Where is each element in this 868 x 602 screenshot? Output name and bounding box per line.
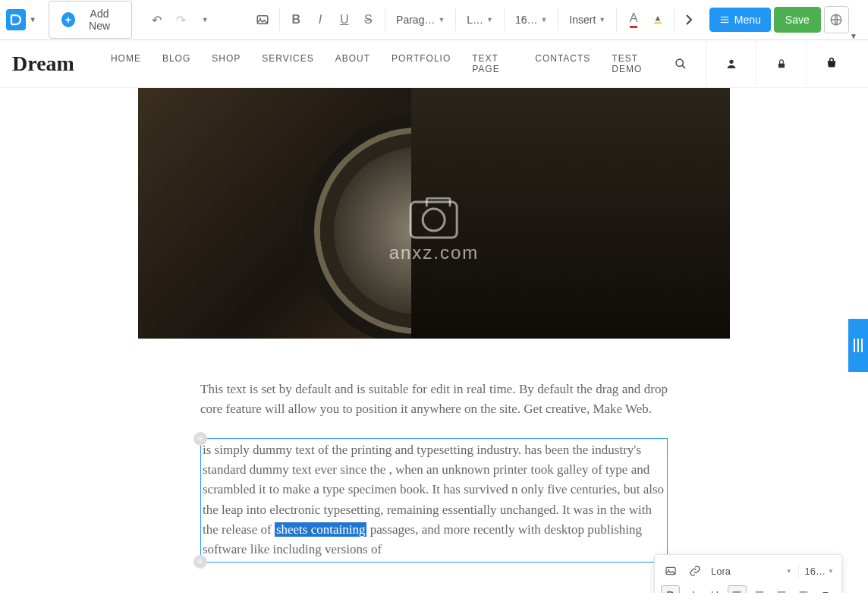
editable-text-block[interactable]: + is simply dummy text of the printing a… [200, 438, 668, 563]
ft-bold-button[interactable]: B [661, 585, 680, 593]
watermark: anxz.com [389, 201, 480, 263]
nav-shop[interactable]: SHOP [212, 53, 241, 74]
more-tools-button[interactable] [681, 14, 697, 26]
redo-button[interactable]: ↷ [171, 8, 192, 31]
nav-blog[interactable]: BLOG [162, 53, 190, 74]
size-dropdown[interactable]: 16…▼ [511, 11, 552, 29]
strike-button[interactable]: S [358, 8, 379, 31]
svg-point-9 [729, 60, 733, 64]
app-logo[interactable] [6, 9, 26, 30]
save-button[interactable]: Save [774, 7, 821, 33]
image-icon[interactable] [252, 8, 273, 31]
main-toolbar: ▼ + Add New ↶ ↷ ▼ B I U S Parag…▼ L…▼ 16… [0, 0, 868, 40]
add-above-handle[interactable]: + [193, 432, 207, 446]
ft-link-icon[interactable] [685, 561, 705, 581]
ft-image-icon[interactable] [661, 561, 681, 581]
ft-clear-format-button[interactable] [816, 585, 835, 593]
site-brand[interactable]: Dream [12, 52, 74, 76]
nav-about[interactable]: ABOUT [335, 53, 370, 74]
text-selection: sheets containing [275, 522, 367, 537]
ft-align-right-button[interactable] [772, 585, 791, 593]
svg-point-7 [676, 59, 683, 66]
nav-testdemo[interactable]: TEST DEMO [612, 53, 656, 74]
ft-font-dropdown[interactable]: Lora▼ [709, 563, 794, 580]
nav-links: HOME BLOG SHOP SERVICES ABOUT PORTFOLIO … [111, 53, 656, 74]
font-dropdown[interactable]: L…▼ [462, 11, 498, 29]
nav-textpage[interactable]: TEXT PAGE [472, 53, 514, 74]
undo-button[interactable]: ↶ [146, 8, 168, 31]
svg-rect-2 [654, 22, 661, 24]
ft-align-left-button[interactable] [728, 585, 747, 593]
nav-home[interactable]: HOME [111, 53, 141, 74]
page-content: anxz.com This text is set by default and… [0, 88, 868, 593]
app-logo-caret[interactable]: ▼ [30, 16, 36, 24]
search-icon[interactable] [656, 40, 706, 88]
floating-text-toolbar: Lora▼ 16…▼ B I U [654, 554, 842, 593]
paragraph-dropdown[interactable]: Parag…▼ [392, 11, 449, 29]
svg-rect-10 [778, 63, 784, 68]
add-below-handle[interactable]: + [193, 555, 207, 569]
lock-icon[interactable] [756, 40, 806, 88]
hero-image[interactable]: anxz.com [138, 88, 730, 339]
bg-color-button[interactable] [647, 8, 668, 31]
add-new-label: Add New [80, 8, 119, 32]
intro-text[interactable]: This text is set by default and is suita… [200, 380, 668, 420]
add-new-button[interactable]: + Add New [49, 1, 132, 39]
svg-line-8 [682, 65, 685, 68]
nav-services[interactable]: SERVICES [262, 53, 313, 74]
toolbar-end-caret[interactable]: ▼ [850, 32, 857, 40]
menu-button[interactable]: Menu [709, 8, 771, 32]
nav-portfolio[interactable]: PORTFOLIO [392, 53, 451, 74]
nav-contacts[interactable]: CONTACTS [535, 53, 590, 74]
text-color-button[interactable]: A [623, 8, 644, 31]
user-icon[interactable] [706, 40, 756, 88]
ft-align-center-button[interactable] [750, 585, 769, 593]
italic-button[interactable]: I [310, 8, 331, 31]
underline-button[interactable]: U [334, 8, 355, 31]
side-panel-tab[interactable] [848, 319, 868, 372]
camera-icon [410, 201, 458, 239]
site-navbar: Dream HOME BLOG SHOP SERVICES ABOUT PORT… [0, 40, 868, 88]
history-caret[interactable]: ▼ [194, 8, 215, 31]
cart-icon[interactable] [806, 40, 856, 88]
ft-size-dropdown[interactable]: 16…▼ [804, 563, 835, 580]
bold-button[interactable]: B [286, 8, 307, 31]
menu-label: Menu [734, 14, 761, 26]
ft-italic-button[interactable]: I [683, 585, 702, 593]
plus-icon: + [61, 12, 75, 27]
ft-align-justify-button[interactable] [794, 585, 813, 593]
insert-dropdown[interactable]: Insert▼ [565, 11, 610, 29]
grip-icon [854, 339, 863, 352]
ft-underline-button[interactable]: U [706, 585, 725, 593]
publish-button[interactable] [824, 6, 849, 33]
